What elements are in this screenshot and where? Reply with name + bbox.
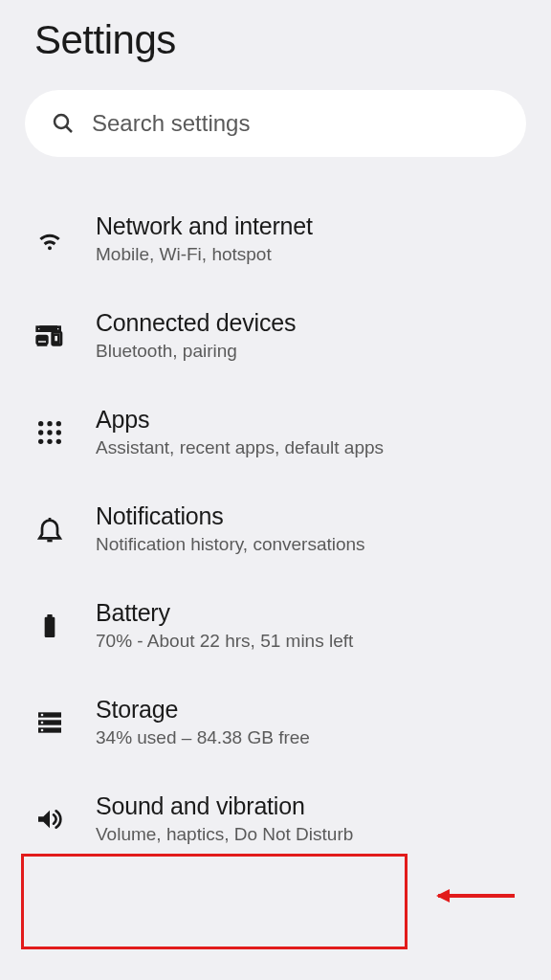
- svg-line-1: [66, 126, 72, 132]
- settings-list: Network and internet Mobile, Wi-Fi, hots…: [0, 195, 551, 862]
- svg-point-11: [38, 438, 43, 443]
- svg-rect-15: [47, 614, 52, 618]
- settings-item-network[interactable]: Network and internet Mobile, Wi-Fi, hots…: [0, 195, 551, 282]
- page-title: Settings: [0, 0, 551, 90]
- svg-point-0: [55, 115, 68, 128]
- search-icon: [52, 112, 75, 135]
- svg-point-9: [47, 430, 52, 434]
- item-subtitle: Bluetooth, pairing: [96, 341, 526, 362]
- settings-item-notifications[interactable]: Notifications Notification history, conv…: [0, 485, 551, 572]
- settings-item-storage[interactable]: Storage 34% used – 84.38 GB free: [0, 679, 551, 766]
- highlight-annotation: [21, 854, 408, 949]
- search-settings-input[interactable]: Search settings: [25, 90, 526, 157]
- svg-point-10: [56, 430, 61, 434]
- svg-point-6: [47, 421, 52, 426]
- item-title: Battery: [96, 599, 526, 627]
- item-title: Sound and vibration: [96, 792, 526, 820]
- battery-icon: [34, 611, 65, 641]
- search-placeholder: Search settings: [92, 110, 250, 137]
- volume-icon: [34, 804, 65, 835]
- svg-point-21: [41, 728, 44, 731]
- item-subtitle: Mobile, Wi-Fi, hotspot: [96, 244, 526, 265]
- item-title: Connected devices: [96, 309, 526, 337]
- storage-icon: [34, 707, 65, 738]
- settings-item-sound[interactable]: Sound and vibration Volume, haptics, Do …: [0, 775, 551, 862]
- svg-point-12: [47, 438, 52, 443]
- arrow-annotation: [438, 894, 515, 898]
- settings-item-battery[interactable]: Battery 70% - About 22 hrs, 51 mins left: [0, 582, 551, 669]
- item-subtitle: Volume, haptics, Do Not Disturb: [96, 824, 526, 845]
- item-title: Apps: [96, 406, 526, 434]
- item-subtitle: Assistant, recent apps, default apps: [96, 437, 526, 458]
- svg-point-8: [38, 430, 43, 434]
- item-title: Storage: [96, 696, 526, 724]
- svg-point-5: [38, 421, 43, 426]
- apps-icon: [34, 417, 65, 448]
- devices-icon: [34, 321, 65, 351]
- svg-point-7: [56, 421, 61, 426]
- item-subtitle: 34% used – 84.38 GB free: [96, 727, 526, 748]
- svg-point-19: [41, 713, 44, 716]
- item-title: Notifications: [96, 502, 526, 530]
- settings-item-apps[interactable]: Apps Assistant, recent apps, default app…: [0, 389, 551, 476]
- svg-point-13: [56, 438, 61, 443]
- settings-item-connected-devices[interactable]: Connected devices Bluetooth, pairing: [0, 292, 551, 379]
- item-title: Network and internet: [96, 212, 526, 240]
- item-subtitle: Notification history, conversations: [96, 534, 526, 555]
- wifi-icon: [34, 224, 65, 255]
- svg-point-20: [41, 721, 44, 724]
- item-subtitle: 70% - About 22 hrs, 51 mins left: [96, 631, 526, 652]
- svg-rect-14: [45, 616, 55, 636]
- bell-icon: [34, 514, 65, 545]
